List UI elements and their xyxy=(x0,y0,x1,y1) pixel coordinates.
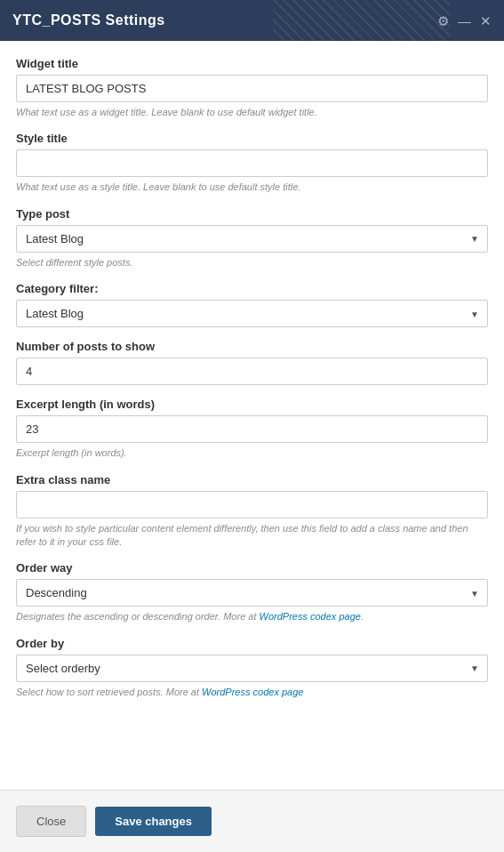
style-title-hint: What text use as a style title. Leave bl… xyxy=(16,181,488,194)
num-posts-group: Number of posts to show xyxy=(16,340,488,385)
category-filter-select-wrapper: Latest Blog Featured Popular xyxy=(16,300,488,327)
extra-class-group: Extra class name If you wish to style pa… xyxy=(16,473,488,550)
type-post-label: Type post xyxy=(16,207,488,221)
order-way-select-wrapper: Descending Ascending xyxy=(16,579,488,607)
type-post-hint: Select different style posts. xyxy=(16,256,488,269)
extra-class-hint: If you wish to style particular content … xyxy=(16,522,488,550)
titlebar-pattern xyxy=(273,0,451,41)
order-by-label: Order by xyxy=(16,637,488,650)
extra-class-label: Extra class name xyxy=(16,473,488,486)
excerpt-length-label: Excerpt length (in words) xyxy=(16,398,488,411)
excerpt-length-hint: Excerpt length (in words). xyxy=(16,446,488,460)
order-by-hint: Select how to sort retrieved posts. More… xyxy=(16,686,488,699)
type-post-group: Type post Latest Blog Featured Popular S… xyxy=(16,207,488,269)
titlebar: YTC_POSTS Settings ⚙ — ✕ xyxy=(0,0,504,41)
order-way-group: Order way Descending Ascending Designate… xyxy=(16,561,488,623)
widget-title-label: Widget title xyxy=(16,57,488,70)
type-post-select[interactable]: Latest Blog Featured Popular xyxy=(16,225,488,253)
type-post-select-wrapper: Latest Blog Featured Popular xyxy=(16,225,488,253)
settings-window: YTC_POSTS Settings ⚙ — ✕ Widget title Wh… xyxy=(0,0,504,852)
minimize-icon[interactable]: — xyxy=(458,14,471,28)
order-way-hint: Designates the ascending or descending o… xyxy=(16,610,488,623)
order-by-group: Order by Select orderby Date Title Autho… xyxy=(16,637,488,699)
style-title-group: Style title What text use as a style tit… xyxy=(16,132,488,194)
footer: Close Save changes xyxy=(0,790,504,852)
category-filter-group: Category filter: Latest Blog Featured Po… xyxy=(16,282,488,327)
widget-title-group: Widget title What text use as a widget t… xyxy=(16,57,488,119)
order-by-hint-link[interactable]: WordPress codex page xyxy=(202,687,303,697)
settings-content: Widget title What text use as a widget t… xyxy=(0,41,504,790)
style-title-label: Style title xyxy=(16,132,488,145)
window-title: YTC_POSTS Settings xyxy=(12,12,165,28)
save-button[interactable]: Save changes xyxy=(95,807,212,836)
order-by-select[interactable]: Select orderby Date Title Author Comment… xyxy=(16,655,488,682)
num-posts-input[interactable] xyxy=(16,358,488,385)
style-title-input[interactable] xyxy=(16,149,488,177)
close-button[interactable]: Close xyxy=(16,806,86,837)
order-way-hint-prefix: Designates the ascending or descending o… xyxy=(16,611,260,622)
excerpt-length-input[interactable] xyxy=(16,415,488,443)
extra-class-input[interactable] xyxy=(16,491,488,518)
category-filter-select[interactable]: Latest Blog Featured Popular xyxy=(16,300,488,327)
close-icon[interactable]: ✕ xyxy=(480,14,492,28)
order-way-hint-link[interactable]: WordPress codex page xyxy=(260,611,361,622)
order-way-label: Order way xyxy=(16,561,488,575)
order-by-select-wrapper: Select orderby Date Title Author Comment… xyxy=(16,655,488,682)
num-posts-label: Number of posts to show xyxy=(16,340,488,353)
widget-title-input[interactable] xyxy=(16,75,488,102)
widget-title-hint: What text use as a widget title. Leave b… xyxy=(16,106,488,119)
category-filter-label: Category filter: xyxy=(16,282,488,295)
excerpt-length-group: Excerpt length (in words) Excerpt length… xyxy=(16,398,488,460)
order-way-select[interactable]: Descending Ascending xyxy=(16,579,488,607)
order-by-hint-prefix: Select how to sort retrieved posts. More… xyxy=(16,687,202,697)
